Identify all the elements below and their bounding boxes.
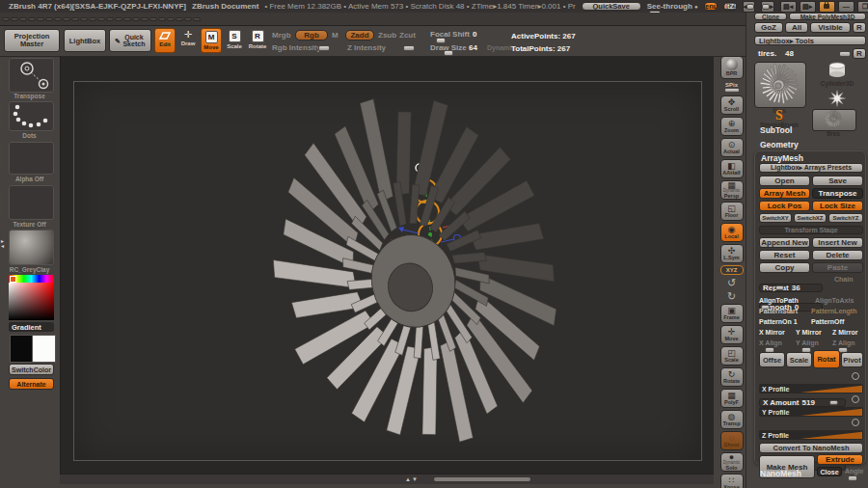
z-mirror-toggle[interactable]: Z Mirror	[832, 329, 857, 336]
draw-button[interactable]: ✛ Draw	[177, 28, 199, 53]
right-shelf-button[interactable]: ◰ Scale	[720, 346, 744, 366]
tool-r-button[interactable]: R	[853, 48, 866, 59]
convert-to-nanomesh-button[interactable]: Convert To NanoMesh	[759, 443, 863, 453]
menu-item[interactable]	[176, 17, 183, 21]
menu-item[interactable]	[149, 17, 157, 21]
mrgb-toggle[interactable]: Mrgb	[272, 31, 291, 40]
texture-thumbnail[interactable]	[9, 185, 54, 220]
y-amount-curve-toggle[interactable]	[852, 395, 859, 403]
dock-left-icon[interactable]: ▤◂	[780, 1, 797, 13]
right-shelf-button[interactable]: ↻	[720, 290, 744, 302]
zadd-toggle[interactable]: Zadd	[345, 30, 374, 41]
transpose-brush-thumbnail[interactable]	[9, 58, 54, 93]
visible-button[interactable]: Visible	[810, 22, 851, 33]
z-intensity-slider[interactable]: Z Intensity	[347, 43, 386, 52]
switch-xz-button[interactable]: SwitchXZ	[794, 213, 827, 223]
goz-button[interactable]: GoZ	[754, 22, 783, 33]
menu-item[interactable]	[193, 17, 201, 21]
right-shelf-button[interactable]: ∷ Xpose	[720, 474, 744, 488]
subtool-section[interactable]: SubTool	[760, 125, 792, 135]
angle-slider[interactable]: Angle	[845, 468, 863, 474]
bpr-button[interactable]: BPR	[720, 56, 744, 79]
mini-toggle-left[interactable]: ◂	[743, 1, 756, 13]
array-mesh-toggle[interactable]: Array Mesh	[759, 188, 810, 199]
extrude-toggle[interactable]: Extrude	[817, 454, 863, 465]
y-mirror-toggle[interactable]: Y Mirror	[796, 329, 822, 336]
menu-item[interactable]	[106, 17, 114, 21]
z-amount-curve-toggle[interactable]	[852, 419, 859, 426]
saturation-square[interactable]	[9, 283, 54, 320]
switch-color-button[interactable]: SwitchColor	[9, 364, 54, 375]
right-shelf-button[interactable]: ✣ L.Sym	[720, 244, 744, 263]
pattern-start-button[interactable]: PatternStart	[759, 308, 798, 314]
tab-offset[interactable]: Offse	[759, 352, 785, 367]
make-polymesh-button[interactable]: Make PolyMesh3D	[789, 13, 866, 20]
scale-button[interactable]: S Scale	[224, 28, 245, 53]
pattern-on-slider[interactable]: PatternOn 1	[759, 318, 798, 325]
r-button[interactable]: R	[853, 22, 866, 33]
rotate-button[interactable]: R Rotate	[247, 28, 268, 53]
edit-button[interactable]: Edit	[154, 28, 176, 53]
gradient-toggle[interactable]: Gradient	[9, 322, 54, 332]
restore-icon[interactable]: ❐	[857, 1, 868, 13]
document-canvas[interactable]	[60, 56, 714, 474]
menu-item[interactable]	[54, 17, 62, 21]
clone-button[interactable]: Clone	[754, 13, 787, 20]
menu-item[interactable]	[80, 17, 88, 21]
y-profile-curve[interactable]: Y Profile	[759, 407, 863, 417]
right-shelf-button[interactable]: ◧ AAHalf	[720, 159, 744, 178]
lightbox-button[interactable]: LightBox	[64, 29, 106, 52]
tool-mini-slider[interactable]	[839, 51, 851, 57]
x-amount-curve-toggle[interactable]	[852, 372, 859, 380]
scroll-arrows-icon[interactable]: ▲▼	[405, 476, 419, 482]
menu-item[interactable]	[11, 17, 18, 21]
insert-new-button[interactable]: Insert New	[812, 237, 863, 248]
align-to-path-toggle[interactable]: AlignToPath	[759, 297, 799, 304]
menu-item[interactable]	[28, 17, 36, 21]
y-align-slider[interactable]: Y Align	[796, 339, 819, 346]
left-tray-handle[interactable]: ▸ ◂	[1, 239, 4, 249]
material-thumbnail[interactable]	[9, 230, 54, 265]
z-intensity-thumb[interactable]	[403, 45, 415, 51]
menu-item[interactable]	[97, 17, 105, 21]
quicksave-button[interactable]: QuickSave	[582, 2, 641, 11]
right-shelf-button[interactable]: ↻ Rotate	[720, 367, 744, 387]
document-area[interactable]	[73, 81, 702, 461]
menu-item[interactable]	[45, 17, 53, 21]
arraymesh-title[interactable]: ArrayMesh	[761, 153, 803, 163]
menu-item[interactable]	[89, 17, 96, 21]
tab-scale[interactable]: Scale	[786, 352, 812, 367]
active-tool-thumbnail[interactable]	[754, 62, 806, 108]
z-align-slider[interactable]: Z Align	[832, 339, 854, 346]
menu-item[interactable]	[123, 17, 131, 21]
spix-slider[interactable]: SPix	[720, 81, 744, 94]
dock-right-icon[interactable]: ▤▸	[800, 1, 816, 13]
right-shelf-button[interactable]: XYZ	[720, 265, 744, 275]
stroke-thumbnail[interactable]	[9, 101, 54, 131]
right-shelf-button[interactable]: ▦ Dynamic Persp	[720, 180, 744, 200]
menu-item[interactable]	[63, 17, 70, 21]
right-shelf-button[interactable]: ▣ Frame	[720, 304, 744, 323]
align-to-axis-toggle[interactable]: AlignToAxis	[815, 297, 854, 304]
tires-tool-2[interactable]: tires	[810, 96, 858, 133]
z-profile-curve[interactable]: Z Profile	[759, 430, 863, 440]
minimize-icon[interactable]: —	[838, 1, 854, 13]
right-shelf-button[interactable]: ◍ Transp	[720, 410, 744, 429]
transform-stage-slider[interactable]: Transform Stage	[759, 226, 863, 234]
right-shelf-button[interactable]: ◉ Local	[720, 223, 744, 242]
mini-toggle-right[interactable]: ▸	[761, 1, 774, 13]
copy-button[interactable]: Copy	[759, 262, 810, 273]
rgb-intensity-thumb[interactable]	[318, 45, 330, 51]
right-shelf-button[interactable]: ✥ Scroll	[720, 95, 744, 115]
reset-button[interactable]: Reset	[759, 250, 810, 260]
right-shelf-button[interactable]: ◱ Floor	[720, 202, 744, 221]
right-shelf-button[interactable]: ● Dynamic Solo	[720, 452, 744, 472]
zcut-toggle[interactable]: Zcut	[399, 31, 416, 40]
nanomesh-section[interactable]: NanoMesh	[760, 469, 801, 478]
cylinder3d-tool[interactable]: Cylinder3D	[810, 62, 864, 87]
lock-size-toggle[interactable]: Lock Size	[812, 201, 863, 211]
switch-xy-button[interactable]: SwitchXY	[759, 213, 792, 223]
menu-item[interactable]	[132, 17, 140, 21]
x-mirror-toggle[interactable]: X Mirror	[759, 329, 785, 336]
quick-sketch-button[interactable]: ✎ Quick Sketch	[109, 29, 151, 52]
